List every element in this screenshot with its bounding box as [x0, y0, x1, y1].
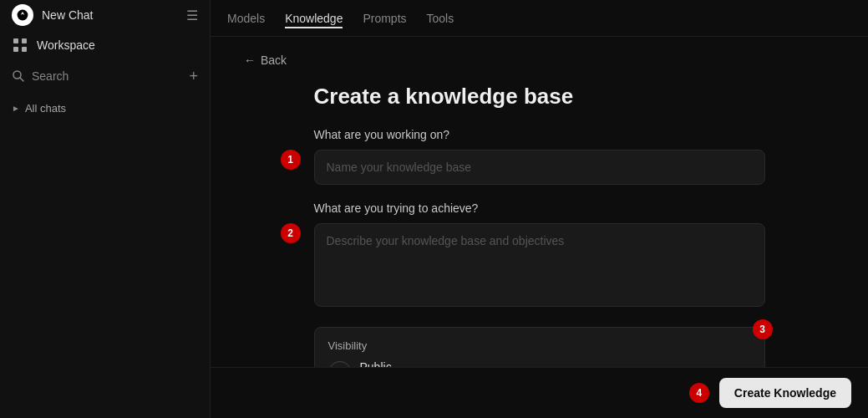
svg-rect-3 — [13, 47, 18, 52]
chevron-down-icon: ⌄ — [397, 361, 405, 367]
chevron-right-icon: ► — [12, 104, 20, 113]
sidebar: New Chat ☰ Workspace Search + ► All chat… — [0, 0, 211, 418]
step2-question: What are you trying to achieve? — [314, 201, 765, 215]
search-label: Search — [32, 69, 182, 83]
search-icon — [12, 69, 25, 83]
visibility-dropdown[interactable]: Public ⌄ Accessible to all users — [328, 360, 751, 367]
all-chats-item[interactable]: ► All chats — [0, 92, 210, 124]
svg-rect-2 — [22, 38, 27, 43]
step-1-badge: 1 — [281, 150, 301, 170]
workspace-button[interactable]: Workspace — [0, 30, 210, 60]
svg-line-6 — [20, 78, 23, 81]
workspace-label: Workspace — [37, 38, 95, 52]
svg-point-0 — [18, 10, 28, 21]
logo-icon — [12, 4, 33, 26]
all-chats-label: All chats — [25, 102, 66, 115]
visibility-value-text: Public — [360, 360, 392, 367]
visibility-section: 3 Visibility — [314, 327, 765, 367]
new-chat-button[interactable]: New Chat ☰ — [0, 0, 210, 30]
knowledge-description-input[interactable] — [314, 223, 765, 307]
visibility-label: Visibility — [328, 339, 751, 352]
step1-question: What are you working on? — [314, 128, 765, 141]
step-2-badge: 2 — [281, 223, 301, 243]
main-content: Models Knowledge Prompts Tools ← Back Cr… — [211, 0, 868, 418]
svg-rect-4 — [22, 47, 27, 52]
step-1-section: What are you working on? 1 — [314, 128, 765, 185]
svg-rect-1 — [13, 38, 18, 43]
workspace-icon — [12, 37, 28, 54]
knowledge-form: Create a knowledge base What are you wor… — [314, 84, 765, 367]
step-3-badge: 3 — [753, 319, 773, 339]
footer: 4 Create Knowledge — [211, 367, 868, 418]
back-label: Back — [261, 54, 287, 67]
step-4-badge: 4 — [689, 383, 709, 403]
nav-knowledge[interactable]: Knowledge — [285, 8, 343, 28]
step-2-section: What are you trying to achieve? 2 — [314, 201, 765, 310]
new-chat-label: New Chat — [42, 8, 93, 22]
nav-models[interactable]: Models — [227, 8, 265, 28]
nav-tools[interactable]: Tools — [427, 8, 454, 28]
back-arrow-icon: ← — [244, 54, 256, 67]
knowledge-name-input[interactable] — [314, 150, 765, 185]
content-area: ← Back Create a knowledge base What are … — [211, 37, 868, 367]
globe-icon — [328, 361, 352, 367]
top-nav: Models Knowledge Prompts Tools — [211, 0, 868, 37]
new-chat-plus-icon[interactable]: + — [189, 68, 198, 85]
create-knowledge-button[interactable]: Create Knowledge — [719, 378, 851, 408]
form-title: Create a knowledge base — [314, 84, 765, 110]
nav-prompts[interactable]: Prompts — [363, 8, 406, 28]
hamburger-icon[interactable]: ☰ — [186, 8, 198, 23]
search-bar[interactable]: Search + — [0, 60, 210, 92]
back-button[interactable]: ← Back — [244, 54, 835, 67]
